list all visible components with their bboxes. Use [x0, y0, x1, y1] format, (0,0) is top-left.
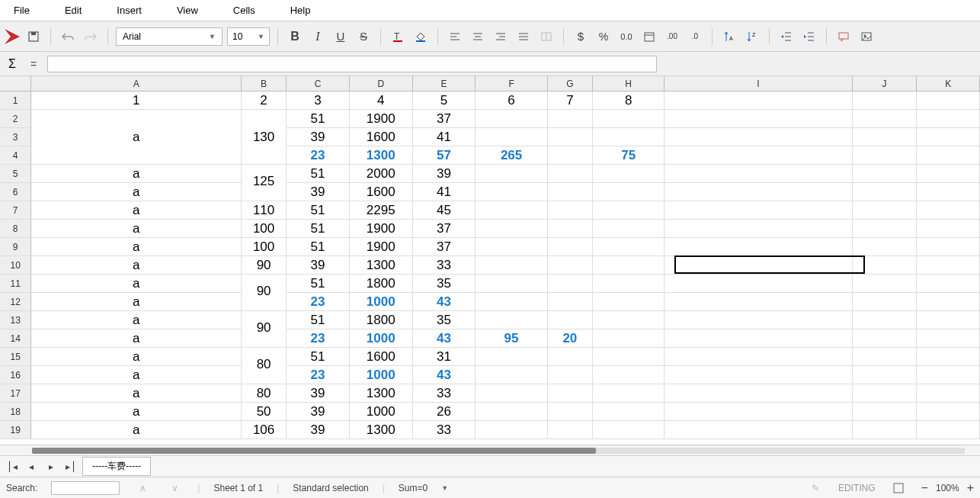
- remove-decimal-icon[interactable]: .0: [686, 27, 704, 46]
- cell-E13[interactable]: 35: [413, 311, 476, 329]
- cell-G12[interactable]: [548, 293, 593, 311]
- cell-K19[interactable]: [917, 421, 980, 439]
- cell-D5[interactable]: 2000: [350, 165, 413, 183]
- cell-A12[interactable]: a: [31, 293, 242, 311]
- cell-E9[interactable]: 37: [413, 238, 476, 256]
- row-header-10[interactable]: 10: [0, 256, 31, 275]
- undo-icon[interactable]: [59, 27, 77, 46]
- cell-F7[interactable]: [476, 201, 548, 220]
- cell-B11[interactable]: 90: [242, 275, 287, 293]
- cell-K11[interactable]: [917, 275, 980, 293]
- column-header-D[interactable]: D: [350, 76, 413, 91]
- cell-A5[interactable]: a: [31, 165, 242, 183]
- cell-G2[interactable]: [548, 110, 593, 128]
- cell-K9[interactable]: [917, 238, 980, 256]
- cell-F13[interactable]: [476, 311, 548, 329]
- row-header-14[interactable]: 14: [0, 329, 31, 348]
- cell-I19[interactable]: [665, 421, 852, 439]
- tab-prev-icon[interactable]: ◂: [23, 459, 40, 474]
- cell-D10[interactable]: 1300: [350, 256, 413, 275]
- cell-H8[interactable]: [593, 220, 665, 238]
- sigma-icon[interactable]: Σ: [5, 57, 20, 71]
- pencil-icon[interactable]: ✎: [806, 479, 825, 497]
- zoom-level[interactable]: 100%: [936, 483, 959, 493]
- cell-D9[interactable]: 1900: [350, 238, 413, 256]
- cell-E7[interactable]: 45: [413, 201, 476, 220]
- cell-C16[interactable]: 23: [287, 366, 350, 384]
- cell-C17[interactable]: 39: [287, 384, 350, 403]
- cell-B9[interactable]: 100: [242, 238, 287, 256]
- row-header-3[interactable]: 3: [0, 128, 31, 146]
- cell-G8[interactable]: [548, 220, 593, 238]
- cell-J17[interactable]: [853, 384, 918, 403]
- comment-icon[interactable]: [834, 27, 853, 46]
- cell-F9[interactable]: [476, 238, 548, 256]
- cell-E2[interactable]: 37: [413, 110, 476, 128]
- italic-icon[interactable]: I: [309, 27, 327, 46]
- cell-H12[interactable]: [593, 293, 665, 311]
- cell-H7[interactable]: [593, 201, 665, 220]
- cell-K14[interactable]: [917, 329, 980, 348]
- row-header-17[interactable]: 17: [0, 384, 31, 403]
- cell-D17[interactable]: 1300: [350, 384, 413, 403]
- number-format-icon[interactable]: 0.0: [617, 27, 636, 46]
- cell-C18[interactable]: 39: [287, 403, 350, 421]
- currency-icon[interactable]: $: [572, 27, 590, 46]
- cell-D13[interactable]: 1800: [350, 311, 413, 329]
- cell-K13[interactable]: [917, 311, 980, 329]
- cell-B15[interactable]: 80: [242, 348, 287, 366]
- menu-insert[interactable]: Insert: [110, 2, 148, 19]
- cell-F4[interactable]: 265: [476, 146, 548, 165]
- cell-D3[interactable]: 1600: [350, 128, 413, 146]
- cell-K4[interactable]: [917, 146, 980, 165]
- cell-F1[interactable]: 6: [476, 92, 548, 110]
- cell-B19[interactable]: 106: [242, 421, 287, 439]
- cell-I4[interactable]: [665, 146, 852, 165]
- cell-K3[interactable]: [917, 128, 980, 146]
- cell-C10[interactable]: 39: [287, 256, 350, 275]
- cell-H4[interactable]: 75: [593, 146, 665, 165]
- horizontal-scrollbar[interactable]: [0, 445, 980, 455]
- cell-H2[interactable]: [593, 110, 665, 128]
- sheet-tab[interactable]: -----车费-----: [82, 457, 151, 476]
- column-header-H[interactable]: H: [593, 76, 665, 91]
- cell-C11[interactable]: 51: [287, 275, 350, 293]
- cell-I5[interactable]: [665, 165, 852, 183]
- cell-C9[interactable]: 51: [287, 238, 350, 256]
- sum-display[interactable]: Sum=0: [399, 483, 428, 493]
- cell-B10[interactable]: 90: [242, 256, 287, 275]
- align-left-icon[interactable]: [446, 27, 464, 46]
- cell-A17[interactable]: a: [31, 384, 242, 403]
- cell-J13[interactable]: [853, 311, 918, 329]
- cell-G1[interactable]: 7: [548, 92, 593, 110]
- cell-J14[interactable]: [853, 329, 918, 348]
- selection-mode[interactable]: Standard selection: [293, 483, 368, 493]
- cell-I13[interactable]: [665, 311, 852, 329]
- cell-K10[interactable]: [917, 256, 980, 275]
- cell-B16[interactable]: [242, 366, 287, 384]
- cell-F5[interactable]: [476, 165, 548, 183]
- cell-J12[interactable]: [853, 293, 918, 311]
- cell-H1[interactable]: 8: [593, 92, 665, 110]
- cell-G10[interactable]: [548, 256, 593, 275]
- row-header-1[interactable]: 1: [0, 92, 31, 110]
- cell-G5[interactable]: [548, 165, 593, 183]
- align-center-icon[interactable]: [469, 27, 487, 46]
- bold-icon[interactable]: B: [286, 27, 304, 46]
- cell-E11[interactable]: 35: [413, 275, 476, 293]
- chevron-down-icon[interactable]: ▼: [441, 484, 448, 492]
- cell-A18[interactable]: a: [31, 403, 242, 421]
- cell-J19[interactable]: [853, 421, 918, 439]
- cell-J2[interactable]: [853, 110, 918, 128]
- row-header-12[interactable]: 12: [0, 293, 31, 311]
- cell-G17[interactable]: [548, 384, 593, 403]
- cell-G3[interactable]: [548, 128, 593, 146]
- cell-I2[interactable]: [665, 110, 852, 128]
- cell-H11[interactable]: [593, 275, 665, 293]
- cell-F19[interactable]: [476, 421, 548, 439]
- cell-I10[interactable]: [665, 256, 852, 275]
- indent-decrease-icon[interactable]: [777, 27, 796, 46]
- cell-A14[interactable]: a: [31, 329, 242, 348]
- date-format-icon[interactable]: [640, 27, 658, 46]
- cell-I17[interactable]: [665, 384, 852, 403]
